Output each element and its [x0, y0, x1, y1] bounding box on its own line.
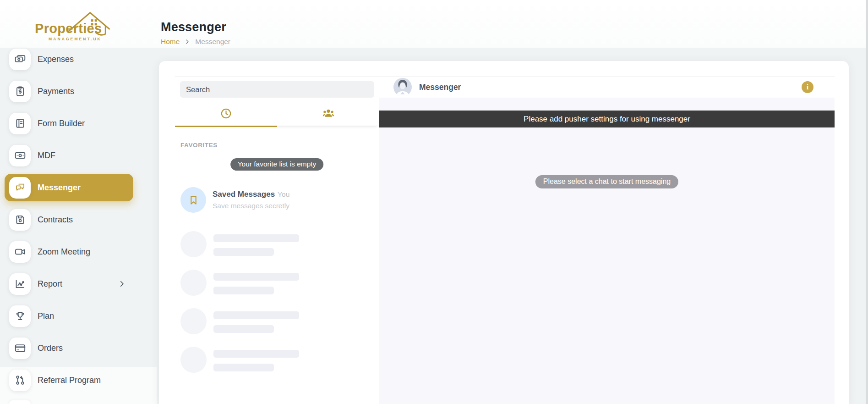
skeleton-chat-row	[175, 270, 379, 304]
chat-panel: Messenger i Please add pusher settings f…	[379, 77, 835, 404]
saved-messages-title: Saved Messages	[213, 190, 275, 199]
sidebar-item-label: Zoom Meeting	[38, 247, 90, 257]
sidebar-item-report[interactable]: Report	[5, 270, 133, 298]
sidebar-item-label: Orders	[38, 343, 63, 353]
chat-title: Messenger	[419, 83, 461, 92]
sidebar-item-payments[interactable]: Payments	[5, 77, 133, 105]
tab-contacts[interactable]	[277, 102, 379, 126]
form-icon	[9, 113, 31, 134]
sidebar: ExpensesPaymentsForm BuilderMDFMessenger…	[0, 0, 157, 404]
skeleton-line	[213, 248, 274, 256]
avatar	[393, 78, 412, 96]
skeleton-chat-row	[175, 308, 379, 342]
clock-icon	[220, 107, 232, 122]
breadcrumb-current: Messenger	[195, 38, 230, 46]
tab-recent-chats[interactable]	[175, 102, 277, 126]
banknote-icon	[9, 145, 31, 166]
chat-icon	[9, 177, 31, 199]
saved-messages-subtitle: Save messages secretly	[213, 202, 289, 210]
skeleton-line	[213, 234, 299, 242]
favorites-heading: FAVORITES	[180, 142, 218, 149]
sidebar-item-messenger[interactable]: Messenger	[5, 174, 133, 201]
page-title: Messenger	[161, 20, 226, 34]
users-icon	[322, 107, 335, 122]
skeleton-avatar	[180, 347, 207, 373]
skeleton-avatar	[180, 231, 207, 257]
skeleton-line	[213, 287, 274, 294]
info-icon[interactable]: i	[802, 81, 813, 93]
sidebar-item-contracts[interactable]: Contracts	[5, 206, 133, 233]
content-card: FAVORITES Your favorite list is empty Sa…	[159, 61, 849, 404]
sidebar-item-zoom-meeting[interactable]: Zoom Meeting	[5, 238, 133, 266]
sidebar-item-form-builder[interactable]: Form Builder	[5, 110, 133, 137]
active-tab-underline	[175, 126, 277, 127]
sidebar-item-label: Payments	[38, 87, 74, 96]
sidebar-item-orders[interactable]: Orders	[5, 334, 133, 362]
favorites-empty-badge: Your favorite list is empty	[230, 158, 324, 171]
skeleton-avatar	[180, 270, 207, 296]
skeleton-avatar	[180, 308, 207, 334]
sidebar-item-expenses[interactable]: Expenses	[5, 45, 133, 73]
messenger-widget: FAVORITES Your favorite list is empty Sa…	[175, 76, 835, 404]
sidebar-item-partial	[9, 400, 31, 404]
clipboard-dollar-icon	[9, 81, 31, 102]
chat-list-panel: FAVORITES Your favorite list is empty Sa…	[175, 77, 379, 404]
video-icon	[9, 241, 31, 263]
sidebar-item-label: Plan	[38, 311, 54, 321]
sidebar-item-mdf[interactable]: MDF	[5, 142, 133, 169]
sidebar-item-label: MDF	[38, 151, 55, 160]
save-icon	[9, 209, 31, 231]
sidebar-item-label: Expenses	[38, 55, 74, 64]
referral-icon	[9, 370, 31, 391]
skeleton-chat-row	[175, 231, 379, 265]
bookmark-icon	[180, 187, 206, 213]
skeleton-line	[213, 273, 299, 281]
empty-chat-hint: Please select a chat to start messaging	[535, 175, 678, 188]
chat-header: Messenger i	[379, 77, 835, 98]
saved-messages-item[interactable]: Saved MessagesYou Save messages secretly	[175, 187, 379, 215]
sidebar-item-label: Referral Program	[38, 376, 101, 385]
skeleton-line	[213, 325, 274, 333]
sidebar-item-label: Report	[38, 279, 62, 289]
skeleton-line	[213, 350, 299, 358]
saved-messages-meta: You	[278, 190, 289, 198]
skeleton-line	[213, 364, 274, 371]
credit-card-icon	[9, 338, 31, 359]
cash-icon	[9, 49, 31, 70]
trophy-icon	[9, 305, 31, 327]
sidebar-item-plan[interactable]: Plan	[5, 302, 133, 330]
skeleton-line	[213, 311, 299, 319]
pusher-warning-banner: Please add pusher settings for using mes…	[379, 111, 835, 127]
sidebar-item-label: Form Builder	[38, 119, 85, 128]
sidebar-item-label: Messenger	[38, 183, 81, 193]
breadcrumb-home-link[interactable]: Home	[161, 38, 180, 46]
chart-icon	[9, 273, 31, 295]
chevron-right-icon	[185, 39, 190, 44]
breadcrumb: Home Messenger	[161, 37, 230, 46]
page-scrollbar[interactable]	[866, 0, 868, 404]
sidebar-item-label: Contracts	[38, 215, 73, 225]
sidebar-item-referral-program[interactable]: Referral Program	[5, 366, 133, 394]
list-divider	[175, 224, 379, 224]
skeleton-chat-row	[175, 347, 379, 381]
chat-list-tabs	[175, 102, 379, 126]
chevron-right-icon	[118, 280, 126, 288]
search-input[interactable]	[180, 81, 374, 98]
